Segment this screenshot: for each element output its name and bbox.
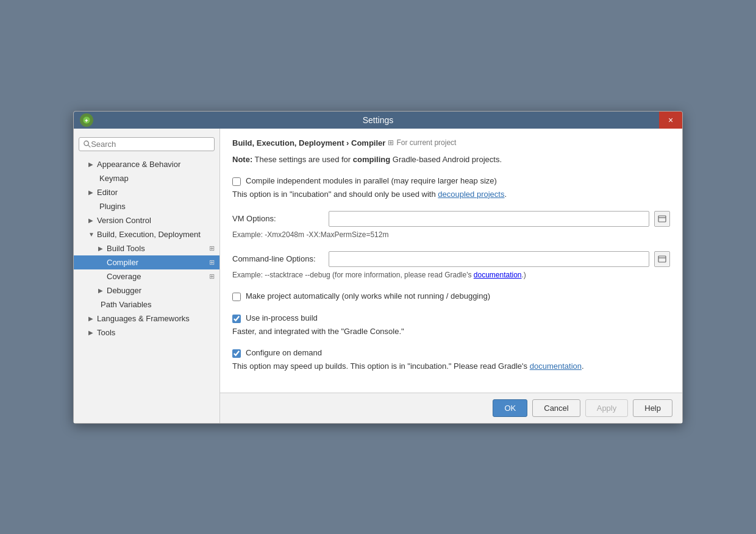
configure-demand-row: Configure on demand xyxy=(232,348,670,358)
settings-dialog: ✦ Settings × ▶ Appearance & Behavior Key… xyxy=(73,111,683,424)
parallel-label[interactable]: Compile independent modules in parallel … xyxy=(246,176,497,185)
arrow-icon: ▶ xyxy=(98,245,104,252)
incubation-suffix: . xyxy=(504,190,507,199)
make-project-checkbox[interactable] xyxy=(232,293,241,301)
sidebar-item-editor[interactable]: ▶ Editor xyxy=(74,185,219,199)
in-process-checkbox[interactable] xyxy=(232,315,241,323)
sidebar-item-version-control[interactable]: ▶ Version Control xyxy=(74,213,219,227)
note-suffix: Gradle-based Android projects. xyxy=(393,155,502,164)
sidebar-item-appearance[interactable]: ▶ Appearance & Behavior xyxy=(74,157,219,171)
svg-text:✦: ✦ xyxy=(84,118,89,124)
sidebar-item-label: Keymap xyxy=(99,174,129,183)
expand-icon xyxy=(658,215,666,222)
note-line: Note: These settings are used for compil… xyxy=(232,155,670,164)
cmdline-row: Command-line Options: xyxy=(232,251,670,267)
svg-rect-4 xyxy=(658,216,666,222)
note-text: These settings are used for xyxy=(255,155,353,164)
sidebar-item-tools[interactable]: ▶ Tools xyxy=(74,326,219,340)
cmdline-example-suffix: .) xyxy=(522,271,526,279)
content-area: Build, Execution, Deployment › Compiler … xyxy=(220,129,682,393)
note-bold: compiling xyxy=(353,155,390,164)
dialog-body: ▶ Appearance & Behavior Keymap ▶ Editor … xyxy=(74,129,682,423)
sidebar-item-keymap[interactable]: Keymap xyxy=(74,171,219,185)
vm-options-label: VM Options: xyxy=(232,214,324,223)
cmdline-example: Example: --stacktrace --debug (for more … xyxy=(232,271,670,279)
configure-demand-prefix: This option may speed up builds. This op… xyxy=(232,361,530,371)
sidebar-item-label: Appearance & Behavior xyxy=(97,160,180,169)
sidebar-item-languages[interactable]: ▶ Languages & Frameworks xyxy=(74,312,219,326)
sidebar-item-plugins[interactable]: Plugins xyxy=(74,199,219,213)
sidebar-item-label: Path Variables xyxy=(101,300,152,309)
sidebar-item-debugger[interactable]: ▶ Debugger xyxy=(74,283,219,297)
sidebar-item-label: Compiler xyxy=(107,258,138,267)
parallel-section: Compile independent modules in parallel … xyxy=(232,176,670,199)
parallel-checkbox[interactable] xyxy=(232,177,241,186)
close-button[interactable]: × xyxy=(659,112,682,129)
sidebar-item-build-tools[interactable]: ▶ Build Tools ⊞ xyxy=(74,241,219,255)
vm-options-input[interactable] xyxy=(329,211,649,227)
configure-demand-checkbox[interactable] xyxy=(232,349,241,358)
sidebar-item-coverage[interactable]: Coverage ⊞ xyxy=(74,269,219,283)
breadcrumb-path: Build, Execution, Deployment › Compiler xyxy=(232,138,385,148)
cmdline-example-prefix: Example: --stacktrace --debug (for more … xyxy=(232,271,474,279)
configure-demand-label[interactable]: Configure on demand xyxy=(246,348,322,357)
help-button[interactable]: Help xyxy=(633,399,672,417)
sidebar-item-compiler[interactable]: Compiler ⊞ xyxy=(74,255,219,269)
cmdline-label: Command-line Options: xyxy=(232,254,324,263)
arrow-icon: ▶ xyxy=(98,287,104,294)
sidebar-item-label: Debugger xyxy=(107,286,141,295)
title-bar: ✦ Settings × xyxy=(74,112,682,129)
arrow-icon: ▶ xyxy=(88,161,94,168)
configure-demand-section: Configure on demand This option may spee… xyxy=(232,348,670,371)
sidebar-item-label: Version Control xyxy=(97,216,151,225)
sidebar-item-label: Build Tools xyxy=(107,244,145,253)
checkbox-parallel-row: Compile independent modules in parallel … xyxy=(232,176,670,186)
decoupled-link[interactable]: decoupled projects xyxy=(438,190,504,199)
svg-point-2 xyxy=(84,141,89,146)
arrow-icon: ▶ xyxy=(88,315,94,322)
expand-icon xyxy=(658,255,666,263)
apply-button[interactable]: Apply xyxy=(585,399,629,417)
configure-demand-suffix: . xyxy=(582,361,584,371)
arrow-icon: ▶ xyxy=(88,189,94,196)
breadcrumb: Build, Execution, Deployment › Compiler … xyxy=(232,138,670,148)
search-input[interactable] xyxy=(91,140,210,149)
sidebar-item-label: Coverage xyxy=(107,272,141,281)
incubation-prefix: This option is in "incubation" and shoul… xyxy=(232,190,438,199)
make-project-row: Make project automatically (only works w… xyxy=(232,291,670,301)
page-settings-icon: ⊞ xyxy=(209,272,215,280)
sidebar-item-path-variables[interactable]: Path Variables xyxy=(74,297,219,312)
sidebar: ▶ Appearance & Behavior Keymap ▶ Editor … xyxy=(74,129,220,423)
sidebar-item-build-execution[interactable]: ▼ Build, Execution, Deployment xyxy=(74,227,219,241)
cancel-button[interactable]: Cancel xyxy=(532,399,580,417)
arrow-icon: ▶ xyxy=(88,329,94,336)
vm-options-expand-button[interactable] xyxy=(654,211,670,227)
in-process-section: Use in-process build Faster, and integra… xyxy=(232,313,670,336)
cmdline-expand-button[interactable] xyxy=(654,251,670,267)
search-box[interactable] xyxy=(79,137,215,151)
ok-button[interactable]: OK xyxy=(493,399,527,417)
cmdline-section: Command-line Options: Example: --stacktr… xyxy=(232,251,670,279)
sidebar-item-label: Tools xyxy=(97,328,115,337)
make-project-label[interactable]: Make project automatically (only works w… xyxy=(246,291,490,301)
incubation-text: This option is in "incubation" and shoul… xyxy=(232,190,670,199)
arrow-icon: ▼ xyxy=(88,231,94,238)
project-label: For current project xyxy=(396,138,456,147)
dialog-footer: OK Cancel Apply Help xyxy=(220,393,682,423)
vm-options-section: VM Options: Example: -Xmx2048m -XX:MaxPe… xyxy=(232,211,670,239)
search-icon xyxy=(83,140,91,148)
configure-demand-desc: This option may speed up builds. This op… xyxy=(232,361,670,371)
configure-demand-link[interactable]: documentation xyxy=(530,361,582,371)
in-process-desc: Faster, and integrated with the "Gradle … xyxy=(232,327,670,336)
cmdline-input[interactable] xyxy=(329,251,649,267)
in-process-row: Use in-process build xyxy=(232,313,670,323)
sidebar-item-label: Build, Execution, Deployment xyxy=(97,230,201,239)
main-content: Build, Execution, Deployment › Compiler … xyxy=(220,129,682,423)
cmdline-docs-link[interactable]: documentation xyxy=(474,271,522,279)
in-process-label[interactable]: Use in-process build xyxy=(246,313,318,322)
sidebar-item-label: Plugins xyxy=(99,202,126,211)
project-icon: ⊞ xyxy=(388,138,394,147)
sidebar-item-label: Editor xyxy=(97,188,118,197)
page-settings-icon: ⊞ xyxy=(209,258,215,266)
note-prefix: Note: xyxy=(232,155,252,164)
